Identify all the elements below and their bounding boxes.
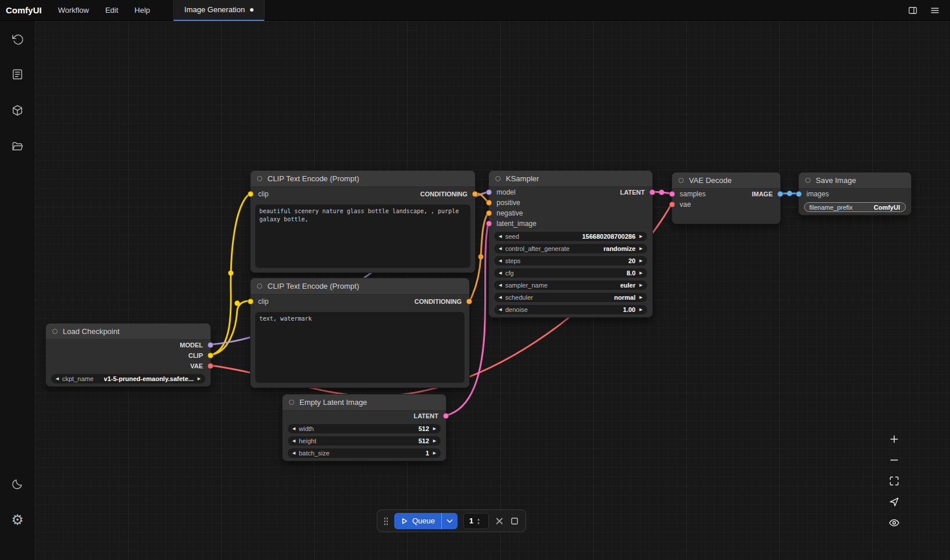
prompt-text-area[interactable]: text, watermark [255, 312, 465, 383]
increment-count-icon[interactable] [477, 517, 480, 521]
input-port-clip[interactable] [248, 299, 253, 304]
collapse-dot-icon[interactable] [257, 176, 262, 181]
workflow-history-icon[interactable] [10, 33, 24, 46]
node-load-checkpoint[interactable]: Load Checkpoint MODEL CLIP VAE ckpt_name… [45, 323, 211, 387]
increment-arrow-icon[interactable] [638, 234, 644, 239]
queue-options-chevron-icon[interactable] [441, 513, 458, 529]
reroute-dot-conditioning[interactable] [478, 254, 484, 260]
output-port-latent[interactable] [443, 413, 449, 419]
collapse-dot-icon[interactable] [52, 329, 58, 334]
workflows-folder-icon[interactable] [10, 139, 24, 153]
input-port-negative[interactable] [486, 210, 492, 216]
input-port-model[interactable] [486, 189, 492, 195]
increment-arrow-icon[interactable] [431, 451, 438, 455]
reroute-dot-image[interactable] [787, 191, 792, 196]
widget-sampler-name[interactable]: sampler_name euler [494, 281, 647, 290]
increment-arrow-icon[interactable] [431, 426, 438, 431]
decrement-arrow-icon[interactable] [497, 271, 503, 275]
fit-view-icon[interactable] [887, 474, 901, 488]
node-header[interactable]: CLIP Text Encode (Prompt) [251, 278, 469, 295]
collapse-dot-icon[interactable] [805, 178, 810, 183]
reroute-dot-latent[interactable] [659, 190, 665, 195]
cancel-run-icon[interactable] [495, 516, 504, 526]
output-port-image[interactable] [777, 191, 783, 197]
node-ksampler[interactable]: KSampler model LATENT positive negative … [488, 170, 653, 318]
decrement-count-icon[interactable] [477, 521, 480, 525]
tab-image-generation[interactable]: Image Generation [173, 0, 265, 21]
menu-workflow[interactable]: Workflow [50, 0, 97, 21]
stop-icon[interactable] [510, 516, 519, 526]
increment-arrow-icon[interactable] [431, 439, 438, 443]
queue-button[interactable]: Queue [394, 516, 441, 525]
output-port-clip[interactable] [208, 353, 213, 358]
reroute-dot-clip-1[interactable] [228, 271, 234, 276]
increment-arrow-icon[interactable] [638, 307, 644, 312]
zoom-in-icon[interactable] [887, 432, 901, 446]
increment-arrow-icon[interactable] [638, 259, 644, 263]
node-header[interactable]: Empty Latent Image [283, 394, 446, 411]
collapse-dot-icon[interactable] [289, 400, 294, 405]
increment-arrow-icon[interactable] [638, 271, 644, 275]
widget-scheduler[interactable]: scheduler normal [494, 293, 647, 302]
increment-arrow-icon[interactable] [638, 283, 644, 288]
widget-width[interactable]: width 512 [288, 424, 441, 433]
widget-batch-size[interactable]: batch_size 1 [288, 448, 441, 458]
hamburger-menu-icon[interactable] [927, 2, 943, 19]
output-port-model[interactable] [208, 342, 213, 348]
settings-gear-icon[interactable]: ⚙ [10, 513, 24, 527]
pointer-navigate-icon[interactable] [887, 495, 901, 509]
decrement-arrow-icon[interactable] [291, 426, 297, 431]
node-clip-text-encode-negative[interactable]: CLIP Text Encode (Prompt) clip CONDITION… [250, 278, 470, 388]
reroute-dot-clip-2[interactable] [235, 301, 240, 306]
collapse-dot-icon[interactable] [495, 176, 501, 181]
node-header[interactable]: KSampler [489, 171, 652, 187]
zoom-out-icon[interactable] [887, 453, 901, 467]
input-port-samples[interactable] [669, 191, 675, 197]
widget-denoise[interactable]: denoise 1.00 [494, 305, 647, 314]
node-graph-canvas[interactable]: Load Checkpoint MODEL CLIP VAE ckpt_name… [35, 21, 950, 560]
increment-arrow-icon[interactable] [196, 376, 202, 381]
model-library-icon[interactable] [10, 103, 24, 117]
input-port-vae[interactable] [669, 202, 675, 207]
decrement-arrow-icon[interactable] [291, 439, 297, 443]
menu-help[interactable]: Help [126, 0, 158, 21]
decrement-arrow-icon[interactable] [497, 246, 503, 251]
node-clip-text-encode-positive[interactable]: CLIP Text Encode (Prompt) clip CONDITION… [250, 170, 476, 273]
batch-count-stepper[interactable]: 1 [463, 513, 489, 529]
toggle-visibility-eye-icon[interactable] [887, 516, 901, 530]
decrement-arrow-icon[interactable] [497, 234, 503, 239]
output-port-latent[interactable] [649, 189, 655, 195]
output-port-conditioning[interactable] [472, 191, 478, 197]
collapse-dot-icon[interactable] [678, 178, 684, 183]
output-port-vae[interactable] [208, 363, 213, 369]
input-port-latent-image[interactable] [486, 221, 492, 227]
node-vae-decode[interactable]: VAE Decode samples IMAGE vae [672, 172, 781, 224]
theme-moon-icon[interactable] [10, 477, 24, 491]
node-empty-latent-image[interactable]: Empty Latent Image LATENT width 512 heig… [282, 394, 447, 461]
input-port-images[interactable] [796, 191, 802, 197]
widget-ckpt-name[interactable]: ckpt_name v1-5-pruned-emaonly.safete... [51, 374, 205, 383]
decrement-arrow-icon[interactable] [497, 307, 503, 312]
node-save-image[interactable]: Save Image images filename_prefix ComfyU… [798, 172, 912, 216]
widget-control-after-generate[interactable]: control_after_generate randomize [494, 244, 647, 253]
collapse-dot-icon[interactable] [257, 283, 262, 289]
decrement-arrow-icon[interactable] [291, 451, 297, 455]
decrement-arrow-icon[interactable] [497, 295, 503, 300]
toggle-panel-icon[interactable] [905, 2, 921, 19]
decrement-arrow-icon[interactable] [497, 283, 503, 288]
widget-height[interactable]: height 512 [288, 436, 441, 446]
menu-edit[interactable]: Edit [97, 0, 126, 21]
input-port-clip[interactable] [248, 191, 253, 197]
widget-filename-prefix[interactable]: filename_prefix ComfyUI [804, 202, 906, 212]
input-port-positive[interactable] [486, 200, 492, 206]
decrement-arrow-icon[interactable] [497, 259, 503, 263]
node-header[interactable]: CLIP Text Encode (Prompt) [251, 171, 475, 187]
drag-handle-icon[interactable] [384, 517, 388, 525]
widget-steps[interactable]: steps 20 [494, 256, 647, 265]
increment-arrow-icon[interactable] [638, 246, 644, 251]
increment-arrow-icon[interactable] [638, 295, 644, 300]
node-header[interactable]: Load Checkpoint [46, 324, 210, 340]
output-port-conditioning[interactable] [466, 299, 472, 304]
node-header[interactable]: Save Image [799, 173, 911, 189]
widget-seed[interactable]: seed 156680208700286 [494, 232, 647, 241]
